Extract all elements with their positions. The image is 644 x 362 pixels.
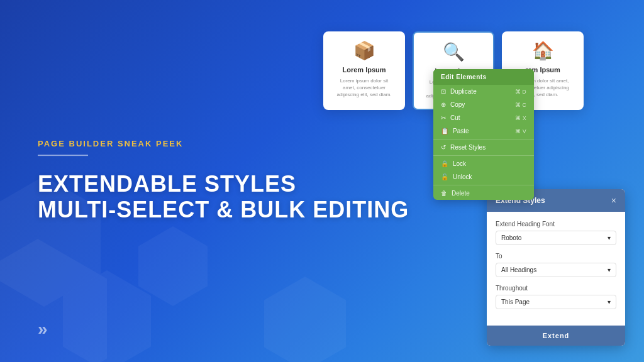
unlock-icon: 🔓	[441, 173, 448, 180]
menu-item-paste[interactable]: 📋 Paste ⌘ V	[433, 124, 534, 138]
reset-icon: ↺	[441, 144, 446, 151]
menu-item-duplicate[interactable]: ⊡ Duplicate ⌘ D	[433, 85, 534, 98]
logo-symbol: »	[38, 319, 48, 339]
extend-field-throughout: Throughout This Page ▾	[496, 285, 616, 309]
shortcut-paste: ⌘ V	[515, 128, 526, 134]
menu-item-cut[interactable]: ✂ Cut ⌘ X	[433, 111, 534, 124]
card-1-title: Lorem Ipsum	[333, 66, 395, 74]
shortcut-copy: ⌘ C	[515, 102, 526, 108]
paste-icon: 📋	[441, 128, 448, 134]
card-1: 📦 Lorem Ipsum Lorem ipsum dolor sit amet…	[323, 31, 405, 110]
duplicate-icon: ⊡	[441, 88, 446, 95]
extend-select-to[interactable]: All Headings ▾	[496, 263, 616, 277]
right-area: 📦 Lorem Ipsum Lorem ipsum dolor sit amet…	[311, 13, 625, 352]
menu-item-unlock[interactable]: 🔓 Unlock	[433, 170, 534, 184]
menu-divider-1	[433, 139, 534, 140]
menu-divider-3	[433, 185, 534, 185]
card-2-icon: 🔍	[424, 41, 483, 62]
menu-label-lock: Lock	[453, 160, 466, 167]
extend-button[interactable]: Extend	[493, 332, 619, 339]
shortcut-cut: ⌘ X	[515, 115, 526, 121]
extend-select-to-value: All Headings	[501, 266, 536, 273]
extend-label-throughout: Throughout	[496, 285, 616, 292]
menu-label-duplicate: Duplicate	[450, 88, 477, 95]
extend-select-font-value: Roboto	[501, 234, 521, 241]
extend-panel: Extend Styles × Extend Heading Font Robo…	[487, 189, 625, 346]
extend-footer: Extend	[487, 326, 625, 346]
extend-body: Extend Heading Font Roboto ▾ To All Head…	[487, 212, 625, 326]
extend-select-throughout[interactable]: This Page ▾	[496, 295, 616, 309]
lock-icon: 🔒	[441, 160, 448, 167]
menu-item-copy[interactable]: ⊕ Copy ⌘ C	[433, 98, 534, 111]
context-menu: Edit Elements ⊡ Duplicate ⌘ D ⊕ Copy ⌘ C…	[433, 69, 534, 200]
extend-select-font[interactable]: Roboto ▾	[496, 231, 616, 245]
chevron-down-icon-throughout: ▾	[608, 299, 611, 305]
extend-field-to: To All Headings ▾	[496, 253, 616, 277]
menu-label-copy: Copy	[450, 101, 465, 108]
menu-label-reset: Reset Styles	[450, 144, 486, 151]
extend-field-font: Extend Heading Font Roboto ▾	[496, 221, 616, 245]
menu-label-unlock: Unlock	[453, 173, 472, 180]
card-1-text: Lorem ipsum dolor sit amet, consectetuer…	[333, 77, 395, 99]
menu-item-lock[interactable]: 🔒 Lock	[433, 157, 534, 170]
card-3-icon: 🏠	[512, 40, 574, 61]
extend-label-font: Extend Heading Font	[496, 221, 616, 228]
cut-icon: ✂	[441, 114, 446, 121]
extend-label-to: To	[496, 253, 616, 260]
menu-divider-2	[433, 155, 534, 156]
delete-icon: 🗑	[441, 190, 447, 197]
divider	[38, 155, 88, 156]
menu-label-delete: Delete	[452, 190, 470, 197]
menu-label-paste: Paste	[453, 128, 469, 134]
copy-icon: ⊕	[441, 101, 446, 108]
card-1-icon: 📦	[333, 40, 395, 61]
chevron-down-icon-to: ▾	[608, 266, 611, 273]
menu-label-cut: Cut	[450, 114, 460, 121]
extend-select-throughout-value: This Page	[501, 299, 530, 305]
menu-item-reset[interactable]: ↺ Reset Styles	[433, 141, 534, 154]
menu-item-delete[interactable]: 🗑 Delete	[433, 187, 534, 200]
menu-header: Edit Elements	[433, 69, 534, 85]
chevron-down-icon-font: ▾	[608, 234, 611, 241]
extend-close-button[interactable]: ×	[611, 195, 616, 206]
shortcut-duplicate: ⌘ D	[515, 89, 526, 95]
logo: »	[38, 319, 48, 339]
